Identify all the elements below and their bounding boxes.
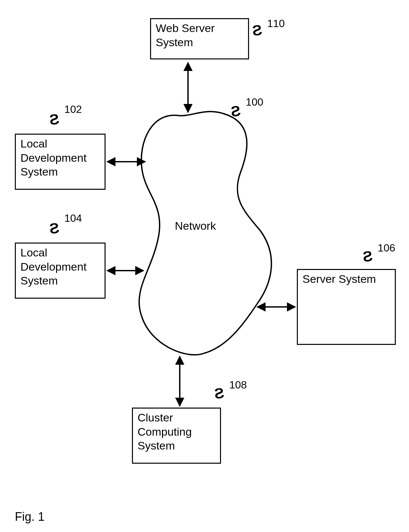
network-label: Network <box>175 219 216 232</box>
web-server-box: Web ServerSystem <box>150 18 249 59</box>
local-dev-2-box: LocalDevelopmentSystem <box>15 243 106 299</box>
local-dev-2-label: LocalDevelopmentSystem <box>20 246 86 287</box>
ref-106: 106 <box>378 243 395 253</box>
ref-100: 100 <box>246 97 263 107</box>
ref-squiggle-100: S <box>230 103 241 119</box>
ref-108: 108 <box>229 380 247 390</box>
ref-squiggle-102: S <box>48 112 60 127</box>
web-server-label: Web ServerSystem <box>156 22 215 49</box>
cluster-system-box: ClusterComputingSystem <box>132 408 221 464</box>
server-system-box: Server System <box>297 269 396 345</box>
cluster-system-label: ClusterComputingSystem <box>138 411 192 452</box>
network-cloud <box>139 112 271 355</box>
ref-110: 110 <box>267 18 285 29</box>
local-dev-1-label: LocalDevelopmentSystem <box>20 137 86 178</box>
ref-squiggle-108: S <box>213 385 225 401</box>
ref-squiggle-104: S <box>48 220 60 236</box>
ref-squiggle-106: S <box>362 249 373 264</box>
diagram-canvas: Web ServerSystem S 110 LocalDevelopmentS… <box>0 0 409 532</box>
ref-102: 102 <box>64 104 82 115</box>
figure-caption: Fig. 1 <box>15 510 45 524</box>
ref-104: 104 <box>64 213 82 223</box>
local-dev-1-box: LocalDevelopmentSystem <box>15 134 106 190</box>
ref-squiggle-110: S <box>251 22 263 38</box>
server-system-label: Server System <box>302 273 376 285</box>
